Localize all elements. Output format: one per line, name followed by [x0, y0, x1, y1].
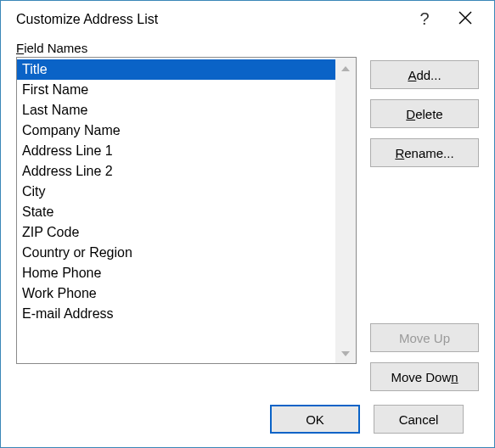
list-item[interactable]: Address Line 1 [17, 141, 335, 161]
field-names-label: Field Names [16, 41, 479, 55]
list-item[interactable]: Home Phone [17, 263, 335, 283]
titlebar: Customize Address List ? [1, 1, 494, 34]
list-item[interactable]: Address Line 2 [17, 161, 335, 182]
list-item[interactable]: Country or Region [17, 243, 335, 263]
help-button[interactable]: ? [408, 9, 442, 29]
list-item[interactable]: City [17, 182, 335, 202]
close-button[interactable] [448, 11, 482, 27]
scroll-up-icon [335, 63, 356, 73]
dialog-footer: OK Cancel [16, 391, 479, 447]
list-item[interactable]: State [17, 202, 335, 222]
add-button[interactable]: Add... [370, 60, 479, 89]
field-names-listbox[interactable]: TitleFirst NameLast NameCompany NameAddr… [16, 57, 357, 364]
dialog-title: Customize Address List [16, 12, 401, 27]
customize-address-list-dialog: Customize Address List ? Field Names Tit… [0, 0, 495, 448]
list-item[interactable]: Last Name [17, 100, 335, 120]
list-item[interactable]: Work Phone [17, 283, 335, 304]
close-icon [458, 11, 472, 25]
side-buttons: Add... Delete Rename... Move Up Move Dow… [370, 57, 479, 391]
list-item[interactable]: First Name [17, 80, 335, 100]
list-item[interactable]: ZIP Code [17, 222, 335, 243]
cancel-button[interactable]: Cancel [374, 405, 464, 434]
rename-button[interactable]: Rename... [370, 138, 479, 167]
scrollbar[interactable] [335, 58, 356, 363]
scroll-down-icon [335, 348, 356, 358]
move-up-button[interactable]: Move Up [370, 323, 479, 352]
ok-button[interactable]: OK [270, 405, 360, 434]
body-row: TitleFirst NameLast NameCompany NameAddr… [16, 57, 479, 391]
delete-button[interactable]: Delete [370, 99, 479, 128]
list-item[interactable]: Company Name [17, 120, 335, 141]
dialog-content: Field Names TitleFirst NameLast NameComp… [1, 34, 494, 447]
list-item[interactable]: E-mail Address [17, 304, 335, 324]
move-down-button[interactable]: Move Down [370, 362, 479, 391]
list-item[interactable]: Title [17, 59, 335, 80]
listbox-wrap: TitleFirst NameLast NameCompany NameAddr… [16, 57, 357, 391]
list-inner: TitleFirst NameLast NameCompany NameAddr… [17, 58, 335, 363]
